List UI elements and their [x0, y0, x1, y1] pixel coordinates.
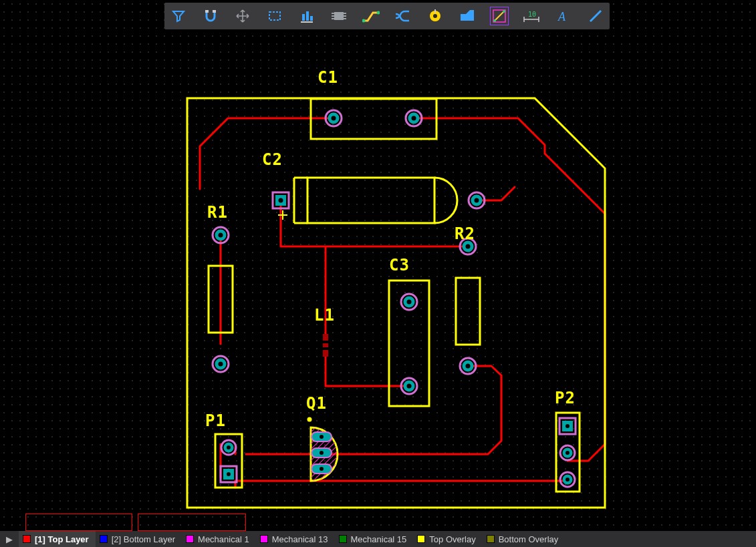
- grid-dots: [0, 0, 756, 547]
- layer-swatch: [100, 535, 108, 543]
- svg-rect-2: [269, 12, 280, 20]
- layer-tab-mech13[interactable]: Mechanical 13: [256, 531, 335, 547]
- layer-swatch: [339, 535, 347, 543]
- layer-swatch: [487, 535, 495, 543]
- svg-rect-4: [306, 11, 309, 21]
- svg-text:A: A: [557, 10, 566, 23]
- layer-label: Top Overlay: [429, 534, 475, 544]
- svg-rect-0: [205, 10, 209, 13]
- svg-line-27: [590, 11, 601, 21]
- draw-line-icon[interactable]: [491, 7, 508, 25]
- svg-point-16: [433, 14, 437, 18]
- route-icon[interactable]: [362, 7, 380, 25]
- layer-swatch: [23, 535, 31, 543]
- layer-tab-mech1[interactable]: Mechanical 1: [182, 531, 256, 547]
- pcb-editor-canvas[interactable]: 10 A: [0, 0, 756, 547]
- layer-label: Mechanical 1: [198, 534, 249, 544]
- svg-point-13: [362, 19, 366, 23]
- layer-tabs: ▶ [1] Top Layer [2] Bottom Layer Mechani…: [0, 531, 756, 547]
- layer-tab-top[interactable]: [1] Top Layer: [19, 531, 96, 547]
- layer-tab-top-overlay[interactable]: Top Overlay: [413, 531, 482, 547]
- line-icon[interactable]: [587, 7, 604, 25]
- via-icon[interactable]: [426, 7, 444, 25]
- layer-swatch: [417, 535, 425, 543]
- svg-rect-3: [302, 14, 305, 21]
- layer-swatch: [186, 535, 194, 543]
- svg-rect-6: [334, 12, 344, 20]
- svg-rect-17: [434, 9, 436, 13]
- layer-tab-bottom-overlay[interactable]: Bottom Overlay: [483, 531, 565, 547]
- svg-point-20: [493, 19, 496, 22]
- svg-text:10: 10: [528, 11, 536, 18]
- active-bar: 10 A: [164, 3, 610, 29]
- svg-rect-5: [310, 16, 313, 21]
- dimension-icon[interactable]: 10: [523, 7, 540, 25]
- filter-icon[interactable]: [170, 7, 187, 25]
- svg-line-19: [495, 11, 504, 21]
- layer-swatch: [260, 535, 268, 543]
- layer-scroll-button[interactable]: ▶: [0, 531, 19, 547]
- svg-point-21: [503, 10, 505, 13]
- layer-label: [2] Bottom Layer: [112, 534, 175, 544]
- move-icon[interactable]: [234, 7, 251, 25]
- layer-label: Mechanical 15: [351, 534, 407, 544]
- select-rect-icon[interactable]: [266, 7, 283, 25]
- layer-tab-bottom[interactable]: [2] Bottom Layer: [96, 531, 182, 547]
- layer-label: Bottom Overlay: [499, 534, 559, 544]
- svg-rect-1: [213, 10, 216, 13]
- svg-point-14: [377, 11, 380, 15]
- layer-label: Mechanical 13: [272, 534, 328, 544]
- layer-label: [1] Top Layer: [35, 534, 89, 544]
- layer-tab-mech15[interactable]: Mechanical 15: [335, 531, 414, 547]
- snap-icon[interactable]: [202, 7, 219, 25]
- align-icon[interactable]: [298, 7, 316, 25]
- component-icon[interactable]: [330, 7, 348, 25]
- diff-pair-icon[interactable]: [394, 7, 412, 25]
- text-icon[interactable]: A: [555, 7, 572, 25]
- plane-icon[interactable]: [459, 7, 476, 25]
